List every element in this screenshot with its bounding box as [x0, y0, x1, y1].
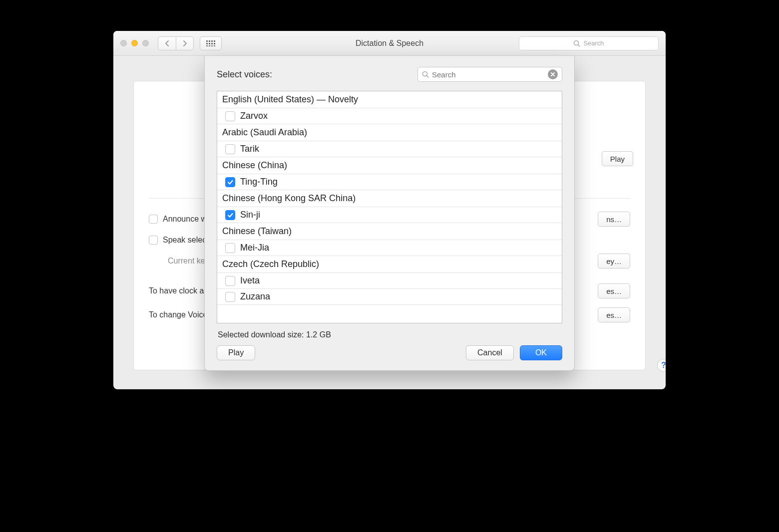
clear-search-button[interactable] — [548, 69, 558, 79]
announce-alerts-checkbox[interactable] — [149, 215, 158, 224]
nav-buttons — [158, 36, 194, 50]
search-icon — [573, 40, 580, 47]
voice-group-header: Czech (Czech Republic) — [217, 256, 562, 273]
sheet-header: Select voices: — [217, 67, 562, 82]
voices-list[interactable]: English (United States) — NoveltyZarvoxA… — [217, 91, 562, 323]
close-window-button[interactable] — [120, 40, 127, 46]
voice-checkbox[interactable] — [225, 276, 235, 286]
voice-checkbox[interactable] — [225, 111, 235, 121]
play-preview-button[interactable]: Play — [602, 151, 633, 166]
grid-icon — [206, 40, 215, 46]
toolbar-search-placeholder: Search — [583, 39, 604, 47]
announce-options-button[interactable]: ns… — [598, 212, 630, 227]
minimize-window-button[interactable] — [131, 40, 138, 46]
svg-rect-8 — [206, 45, 208, 46]
close-icon — [550, 72, 555, 77]
voice-group-header: English (United States) — Novelty — [217, 91, 562, 108]
voice-name: Tarik — [240, 144, 259, 154]
ok-button[interactable]: OK — [520, 345, 562, 360]
select-voices-sheet: Select voices: English (United States) —… — [204, 56, 575, 371]
forward-button[interactable] — [176, 36, 194, 50]
voice-checkbox[interactable] — [225, 243, 235, 253]
voice-name: Zuzana — [240, 291, 270, 302]
svg-rect-10 — [211, 45, 213, 46]
help-button[interactable]: ? — [657, 359, 666, 372]
voice-group-header: Chinese (Taiwan) — [217, 223, 562, 240]
check-icon — [227, 179, 234, 186]
voice-item[interactable]: Tarik — [217, 141, 562, 157]
voice-item[interactable]: Mei-Jia — [217, 240, 562, 256]
search-icon — [422, 71, 429, 78]
zoom-window-button[interactable] — [142, 40, 149, 46]
svg-rect-5 — [209, 43, 210, 44]
voice-group-header: Chinese (China) — [217, 157, 562, 174]
voice-name: Sin-ji — [240, 210, 260, 220]
voice-name: Iveta — [240, 275, 260, 286]
cancel-button[interactable]: Cancel — [466, 345, 514, 360]
voice-group-header: Arabic (Saudi Arabia) — [217, 124, 562, 141]
voice-name: Ting-Ting — [240, 177, 278, 187]
voice-checkbox[interactable] — [225, 177, 235, 187]
sheet-title: Select voices: — [217, 69, 272, 80]
voice-checkbox[interactable] — [225, 210, 235, 220]
change-key-button[interactable]: ey… — [598, 254, 630, 268]
svg-rect-2 — [211, 40, 213, 42]
voice-checkbox[interactable] — [225, 144, 235, 154]
download-size-label: Selected download size: 1.2 GB — [218, 330, 562, 339]
svg-rect-4 — [206, 43, 208, 44]
toolbar-search[interactable]: Search — [519, 36, 659, 50]
svg-rect-6 — [211, 43, 213, 44]
sheet-button-row: Play Cancel OK — [217, 345, 562, 360]
svg-rect-7 — [214, 43, 215, 44]
svg-rect-3 — [214, 40, 215, 42]
voice-item[interactable]: Zuzana — [217, 289, 562, 305]
voice-item[interactable]: Iveta — [217, 273, 562, 289]
titlebar: Dictation & Speech Search — [113, 31, 666, 56]
voice-checkbox[interactable] — [225, 292, 235, 302]
voice-item[interactable]: Zarvox — [217, 108, 562, 124]
voice-group-header: Chinese (Hong Kong SAR China) — [217, 190, 562, 207]
voice-item[interactable]: Ting-Ting — [217, 174, 562, 190]
voice-item[interactable]: Sin-ji — [217, 207, 562, 223]
svg-rect-11 — [214, 45, 215, 46]
voiceover-settings-button[interactable]: es… — [598, 307, 630, 322]
voice-name: Zarvox — [240, 111, 268, 121]
speak-selected-checkbox[interactable] — [149, 236, 158, 245]
svg-rect-0 — [206, 40, 208, 42]
clock-settings-button[interactable]: es… — [598, 283, 630, 298]
voices-search[interactable] — [417, 67, 562, 82]
svg-rect-1 — [209, 40, 210, 42]
window-controls — [120, 40, 149, 46]
check-icon — [227, 212, 234, 219]
svg-line-13 — [578, 44, 580, 46]
voices-search-input[interactable] — [432, 70, 545, 79]
back-button[interactable] — [158, 36, 176, 50]
voice-name: Mei-Jia — [240, 243, 269, 253]
svg-line-15 — [427, 76, 429, 78]
preferences-window: Dictation & Speech Search Play Announce … — [113, 31, 666, 389]
svg-rect-9 — [209, 45, 210, 46]
show-all-button[interactable] — [200, 36, 222, 50]
play-voice-button[interactable]: Play — [217, 345, 255, 360]
